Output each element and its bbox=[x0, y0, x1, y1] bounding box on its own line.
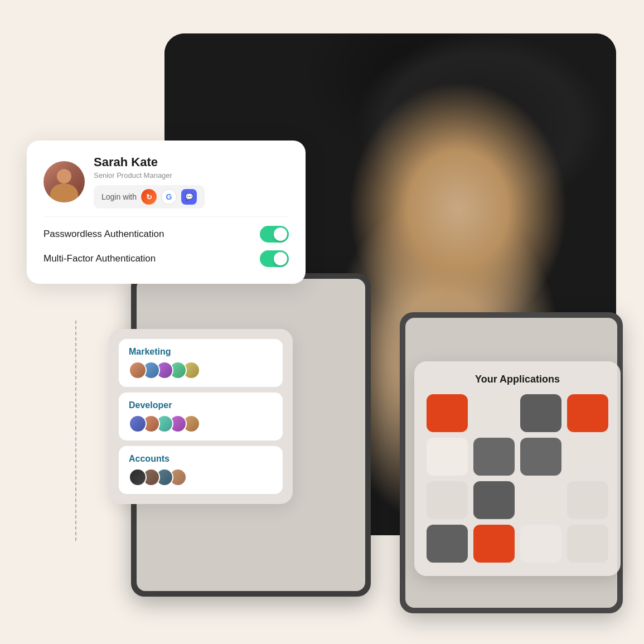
profile-name: Sarah Kate bbox=[94, 155, 205, 170]
group-avatar bbox=[129, 361, 147, 379]
mfa-label: Multi-Factor Authentication bbox=[43, 253, 156, 264]
applications-grid bbox=[427, 394, 608, 563]
custom-auth-icon[interactable]: ↻ bbox=[141, 189, 157, 205]
app-tile[interactable] bbox=[473, 481, 515, 519]
profile-title: Senior Product Manager bbox=[94, 171, 205, 180]
avatar bbox=[43, 161, 85, 202]
mfa-row: Multi-Factor Authentication bbox=[43, 250, 289, 267]
passwordless-auth-row: Passwordless Authentication bbox=[43, 226, 289, 243]
passwordless-toggle[interactable] bbox=[260, 226, 289, 243]
google-icon[interactable]: G bbox=[161, 189, 177, 205]
app-tile[interactable] bbox=[473, 394, 515, 432]
app-tile[interactable] bbox=[567, 394, 608, 432]
login-with-label: Login with bbox=[101, 192, 137, 201]
app-tile[interactable] bbox=[567, 481, 608, 519]
app-tile[interactable] bbox=[520, 394, 561, 432]
app-tile[interactable] bbox=[427, 481, 468, 519]
group-item-developer[interactable]: Developer bbox=[119, 393, 283, 440]
group-name-developer: Developer bbox=[129, 400, 273, 410]
login-with-row: Login with ↻ G 💬 bbox=[94, 185, 205, 209]
group-name-marketing: Marketing bbox=[129, 347, 273, 357]
app-tile[interactable] bbox=[427, 394, 468, 432]
group-item-marketing[interactable]: Marketing bbox=[119, 339, 283, 387]
mfa-toggle[interactable] bbox=[260, 250, 289, 267]
app-tile[interactable] bbox=[473, 438, 515, 476]
app-tile[interactable] bbox=[520, 481, 561, 519]
app-tile[interactable] bbox=[520, 525, 561, 563]
group-avatar bbox=[129, 468, 147, 486]
group-avatar bbox=[129, 415, 147, 433]
app-tile[interactable] bbox=[473, 525, 515, 563]
passwordless-auth-label: Passwordless Authentication bbox=[43, 229, 164, 240]
group-item-accounts[interactable]: Accounts bbox=[119, 446, 283, 494]
groups-panel: Marketing Developer Accounts bbox=[109, 329, 293, 504]
app-tile[interactable] bbox=[567, 438, 608, 476]
discord-icon[interactable]: 💬 bbox=[181, 189, 197, 205]
app-tile[interactable] bbox=[567, 525, 608, 563]
app-tile[interactable] bbox=[520, 438, 561, 476]
applications-title: Your Applications bbox=[427, 374, 608, 385]
app-tile[interactable] bbox=[427, 525, 468, 563]
app-tile[interactable] bbox=[427, 438, 468, 476]
dashed-connector-vertical bbox=[75, 321, 76, 541]
applications-panel: Your Applications bbox=[414, 361, 621, 576]
group-name-accounts: Accounts bbox=[129, 454, 273, 464]
profile-card: Sarah Kate Senior Product Manager Login … bbox=[27, 141, 306, 284]
